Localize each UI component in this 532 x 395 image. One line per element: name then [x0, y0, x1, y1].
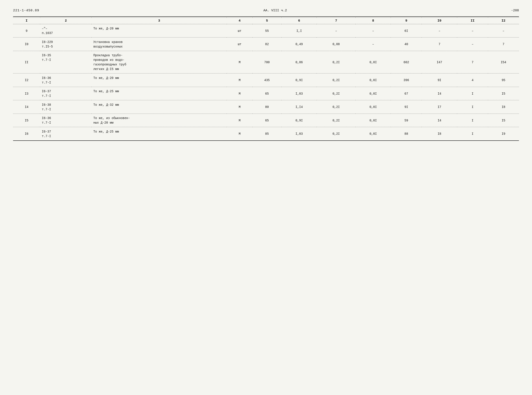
cell-8-12: I9 — [488, 128, 519, 141]
cell-3-11: 7 — [457, 51, 488, 73]
table-row: I2I6-36т.7-IТо же, Д-20 ммМ4350,9I0,2I0,… — [13, 74, 519, 87]
doc-number: 221-1-450.89 — [13, 9, 39, 12]
cell-3-6: 0,86 — [281, 51, 317, 73]
cell-7-9: 59 — [391, 114, 422, 127]
cell-4-6: 0,9I — [281, 74, 317, 87]
cell-5-9: 67 — [391, 88, 422, 100]
cell-4-8: 0,0I — [355, 74, 391, 87]
cell-7-2: I6-36т.7-I — [40, 114, 91, 127]
cell-3-9: 602 — [391, 51, 422, 73]
cell-8-5: 85 — [253, 128, 281, 141]
cell-1-6: I,I — [281, 25, 317, 38]
cell-7-7: 0,2I — [317, 114, 355, 127]
cell-1-5: 55 — [253, 25, 281, 38]
cell-7-3: То же, из обыкновен-ных Д-20 мм — [91, 114, 226, 127]
bottom-border — [13, 141, 519, 142]
cell-7-5: 65 — [253, 114, 281, 127]
cell-2-2: I8-229т.I5-5 — [40, 38, 91, 51]
cell-7-6: 0,9I — [281, 114, 317, 127]
cell-6-4: М — [227, 101, 253, 114]
col-header-8: 8 — [355, 17, 391, 24]
cell-1-1: 9 — [13, 25, 40, 38]
cell-5-6: I,03 — [281, 88, 317, 100]
table-row: I4I6-38т.7-IТо же, Д-32 ммМ80I,I40,2I0,0… — [13, 101, 519, 114]
cell-1-9: 6I — [391, 25, 422, 38]
table-row: I6I6-37т.7-IТо же, Д-25 ммМ85I,030,2I0,0… — [13, 128, 519, 141]
cell-3-3: Прокладка трубо-проводов из водо-газопро… — [91, 51, 226, 73]
page-number: -208 — [511, 9, 519, 12]
cell-8-11: I — [457, 128, 488, 141]
cell-8-2: I6-37т.7-I — [40, 128, 91, 141]
cell-7-1: I5 — [13, 114, 40, 127]
cell-2-5: 82 — [253, 38, 281, 51]
header: 221-1-450.89 АА. VIII ч.2 -208 — [13, 9, 519, 12]
cell-5-10: I4 — [422, 88, 457, 100]
cell-2-9: 40 — [391, 38, 422, 51]
cell-5-11: I — [457, 88, 488, 100]
cell-1-8: – — [355, 25, 391, 38]
cell-6-11: I — [457, 101, 488, 114]
cell-7-11: I — [457, 114, 488, 127]
col-header-7: 7 — [317, 17, 355, 24]
cell-3-4: М — [227, 51, 253, 73]
cell-2-1: I0 — [13, 38, 40, 51]
cell-8-10: I8 — [422, 128, 457, 141]
cell-8-7: 0,2I — [317, 128, 355, 141]
cell-3-7: 0,2I — [317, 51, 355, 73]
cell-5-7: 0,2I — [317, 88, 355, 100]
cell-2-11: – — [457, 38, 488, 51]
cell-1-10: – — [422, 25, 457, 38]
cell-6-12: I8 — [488, 101, 519, 114]
cell-1-7: – — [317, 25, 355, 38]
cell-8-9: 88 — [391, 128, 422, 141]
cell-7-12: I5 — [488, 114, 519, 127]
cell-7-8: 0,0I — [355, 114, 391, 127]
cell-6-8: 0,0I — [355, 101, 391, 114]
cell-3-5: 700 — [253, 51, 281, 73]
table-row: III6-35т.7-IПрокладка трубо-проводов из … — [13, 51, 519, 73]
cell-5-1: I3 — [13, 88, 40, 100]
col-header-3: 3 — [91, 17, 226, 24]
cell-2-4: шт — [227, 38, 253, 51]
cell-5-4: М — [227, 88, 253, 100]
cell-5-8: 0,0I — [355, 88, 391, 100]
cell-2-10: 7 — [422, 38, 457, 51]
col-header-10: I0 — [422, 17, 457, 24]
table-row: I3I6-37т.7-IТо же, Д-25 ммМ65I,030,2I0,0… — [13, 88, 519, 100]
cell-2-8: – — [355, 38, 391, 51]
col-header-1: I — [13, 17, 40, 24]
col-header-6: 6 — [281, 17, 317, 24]
cell-4-12: 95 — [488, 74, 519, 87]
cell-4-2: I6-36т.7-I — [40, 74, 91, 87]
col-header-11: II — [457, 17, 488, 24]
col-header-5: 5 — [253, 17, 281, 24]
cell-4-11: 4 — [457, 74, 488, 87]
col-header-4: 4 — [227, 17, 253, 24]
cell-1-11: – — [457, 25, 488, 38]
cell-8-3: То же, Д-25 мм — [91, 128, 226, 141]
col-header-2: 2 — [40, 17, 91, 24]
cell-5-12: I5 — [488, 88, 519, 100]
cell-6-3: То же, Д-32 мм — [91, 101, 226, 114]
cell-5-2: I6-37т.7-I — [40, 88, 91, 100]
cell-5-5: 65 — [253, 88, 281, 100]
cell-6-6: I,I4 — [281, 101, 317, 114]
cell-2-3: Установка крановвоздуховыпускных — [91, 38, 226, 51]
cell-2-6: 0,49 — [281, 38, 317, 51]
cell-3-12: I54 — [488, 51, 519, 73]
column-headers: I 2 3 4 5 6 7 8 9 I0 II I2 — [13, 17, 519, 24]
cell-5-3: То же, Д-25 мм — [91, 88, 226, 100]
cell-6-1: I4 — [13, 101, 40, 114]
cell-3-1: II — [13, 51, 40, 73]
cell-3-10: I47 — [422, 51, 457, 73]
table-row: I5I6-36т.7-IТо же, из обыкновен-ных Д-20… — [13, 114, 519, 127]
cell-4-9: 396 — [391, 74, 422, 87]
col-header-12: I2 — [488, 17, 519, 24]
main-table: I 2 3 4 5 6 7 8 9 I0 II I2 9–"–п.1037То … — [13, 16, 519, 142]
cell-1-3: То же, Д-20 мм — [91, 25, 226, 38]
cell-7-10: I4 — [422, 114, 457, 127]
cell-8-4: М — [227, 128, 253, 141]
cell-6-10: I7 — [422, 101, 457, 114]
cell-4-5: 435 — [253, 74, 281, 87]
cell-4-3: То же, Д-20 мм — [91, 74, 226, 87]
